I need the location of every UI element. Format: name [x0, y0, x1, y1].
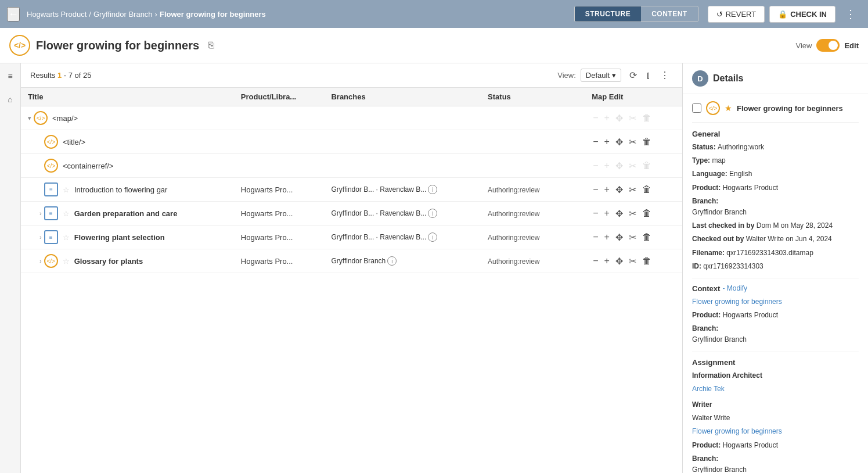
- breadcrumb-gryffindor[interactable]: Gryffindor Branch: [93, 10, 153, 19]
- action-cut-map: ✂: [628, 112, 638, 125]
- map-icon-glossary: </>: [44, 254, 58, 268]
- checkin-button[interactable]: 🔒 CHECK IN: [769, 6, 835, 23]
- action-cut-garden[interactable]: ✂: [628, 207, 638, 220]
- action-trash-title[interactable]: 🗑: [641, 135, 653, 148]
- breadcrumb-current: Flower growing for beginners: [160, 10, 266, 19]
- sidebar-icons: ≡ ⌂: [0, 63, 21, 473]
- flowering-status-badge: Authoring:review: [488, 234, 539, 242]
- sidebar-icon-2[interactable]: ⌂: [2, 91, 19, 108]
- row-expand-flowering[interactable]: ›: [39, 234, 42, 241]
- star-flowering[interactable]: ☆: [63, 233, 70, 242]
- detail-id: ID: qxr1716923314303: [692, 261, 859, 272]
- row-map-title-cell: ▾ </> <map/>: [21, 106, 234, 130]
- action-move-glossary[interactable]: ✥: [614, 255, 624, 268]
- action-minus-glossary[interactable]: −: [592, 255, 599, 267]
- map-icon-large: </>: [9, 35, 30, 56]
- star-glossary[interactable]: ☆: [63, 257, 70, 266]
- revert-button[interactable]: ↺ REVERT: [708, 6, 765, 23]
- divider-1: [692, 278, 859, 278]
- breadcrumb-hogwarts[interactable]: Hogwarts Product: [27, 10, 87, 19]
- col-title: Title: [21, 88, 234, 106]
- action-plus-intro[interactable]: +: [603, 183, 611, 196]
- action-minus-title[interactable]: −: [592, 135, 599, 148]
- panel-item-header: </> ★ Flower growing for beginners: [692, 101, 859, 123]
- action-cut-intro[interactable]: ✂: [628, 183, 638, 196]
- action-plus-garden[interactable]: +: [603, 207, 611, 220]
- action-move-intro[interactable]: ✥: [614, 183, 624, 196]
- flowering-branch-tag: Gryffindor B... · Ravenclaw B... i: [331, 232, 437, 242]
- row-glossary-title[interactable]: Glossary for plants: [74, 257, 143, 266]
- action-trash-intro[interactable]: 🗑: [641, 183, 653, 196]
- row-containerref-title-cell: </> <containerref/>: [21, 154, 234, 178]
- assignment-writer-link: Flower growing for beginners: [692, 426, 859, 437]
- row-title-status: [481, 130, 567, 154]
- star-garden[interactable]: ☆: [63, 209, 70, 218]
- context-heading: Context: [692, 284, 720, 293]
- row-garden-title[interactable]: Garden preparation and care: [74, 209, 178, 218]
- intro-info-icon[interactable]: i: [428, 185, 437, 194]
- columns-button[interactable]: ⫿: [643, 69, 654, 83]
- more-button[interactable]: ⋮: [840, 5, 861, 23]
- action-cut-glossary[interactable]: ✂: [628, 255, 638, 268]
- row-title-title-cell: </> <title/>: [21, 130, 234, 154]
- assignment-writer-doc-link[interactable]: Flower growing for beginners: [692, 427, 782, 435]
- view-dropdown[interactable]: Default ▾: [581, 69, 621, 82]
- tab-content[interactable]: CONTENT: [641, 6, 698, 22]
- view-edit-switch[interactable]: [816, 39, 840, 52]
- detail-branch: Branch: Gryffindor Branch: [692, 196, 859, 218]
- row-flowering-title-cell: › ≡ ☆ Flowering plant selection: [21, 226, 234, 249]
- content-area: Results 1 - 7 of 25 View: Default ▾ ⟳ ⫿ …: [21, 63, 682, 473]
- panel-item-checkbox[interactable]: [692, 103, 701, 113]
- action-move-title[interactable]: ✥: [614, 135, 624, 149]
- row-flowering-title[interactable]: Flowering plant selection: [74, 233, 165, 242]
- action-cut-flowering[interactable]: ✂: [628, 231, 638, 244]
- garden-branch-tag: Gryffindor B... · Ravenclaw B... i: [331, 209, 437, 218]
- panel-star[interactable]: ★: [725, 103, 732, 113]
- row-expand-map[interactable]: ▾: [28, 114, 31, 122]
- divider-2: [692, 352, 859, 352]
- action-move-garden[interactable]: ✥: [614, 207, 624, 220]
- action-minus-flowering[interactable]: −: [592, 231, 599, 244]
- action-plus-title[interactable]: +: [603, 135, 611, 148]
- action-minus-garden[interactable]: −: [592, 207, 599, 220]
- action-cut-title[interactable]: ✂: [628, 135, 638, 149]
- row-expand-garden[interactable]: ›: [39, 210, 42, 217]
- row-title-branches: [324, 130, 481, 154]
- action-move-flowering[interactable]: ✥: [614, 231, 624, 244]
- context-title-link[interactable]: Flower growing for beginners: [692, 298, 782, 306]
- action-minus-intro[interactable]: −: [592, 183, 599, 196]
- garden-info-icon[interactable]: i: [428, 209, 437, 218]
- right-panel: D Details </> ★ Flower growing for begin…: [682, 63, 868, 473]
- action-trash-garden[interactable]: 🗑: [641, 207, 653, 220]
- action-trash-cref: 🗑: [641, 159, 653, 172]
- row-intro-title[interactable]: Introduction to flowering gar: [74, 185, 167, 194]
- row-garden-title-cell: › ≡ ☆ Garden preparation and care: [21, 202, 234, 226]
- tab-structure[interactable]: STRUCTURE: [575, 6, 642, 22]
- row-intro-extra: [567, 178, 585, 202]
- header: ← Hogwarts Product / Gryffindor Branch ›…: [0, 0, 868, 28]
- table-row: › ≡ ☆ Garden preparation and care Hogwar…: [21, 202, 682, 226]
- context-modify-link[interactable]: - Modify: [722, 284, 747, 292]
- action-plus-glossary[interactable]: +: [603, 255, 611, 267]
- back-button[interactable]: ←: [7, 7, 20, 22]
- refresh-button[interactable]: ⟳: [626, 68, 640, 83]
- assignment-ia-link[interactable]: Archie Tek: [692, 385, 725, 393]
- breadcrumb: Hogwarts Product / Gryffindor Branch › F…: [27, 10, 266, 19]
- row-expand-glossary[interactable]: ›: [39, 257, 42, 264]
- action-trash-flowering[interactable]: 🗑: [641, 231, 653, 244]
- action-plus-flowering[interactable]: +: [603, 231, 611, 244]
- row-flowering-actions: − + ✥ ✂ 🗑: [585, 226, 682, 249]
- edit-title-icon[interactable]: ⎘: [208, 40, 214, 51]
- glossary-info-icon[interactable]: i: [387, 256, 397, 266]
- star-intro[interactable]: ☆: [63, 185, 70, 194]
- row-title-title: <title/>: [63, 138, 85, 146]
- more-options-button[interactable]: ⋮: [657, 68, 673, 83]
- sidebar-icon-1[interactable]: ≡: [2, 68, 19, 84]
- action-trash-glossary[interactable]: 🗑: [641, 255, 653, 267]
- flowering-info-icon[interactable]: i: [428, 232, 437, 242]
- table-row: </> <title/> − + ✥ ✂ 🗑: [21, 130, 682, 154]
- doc-icon-flowering: ≡: [44, 230, 58, 244]
- table-row: </> <containerref/> − + ✥ ✂: [21, 154, 682, 178]
- results-bar: Results 1 - 7 of 25 View: Default ▾ ⟳ ⫿ …: [21, 63, 682, 88]
- assignment-ia-role: Information Architect: [692, 370, 859, 381]
